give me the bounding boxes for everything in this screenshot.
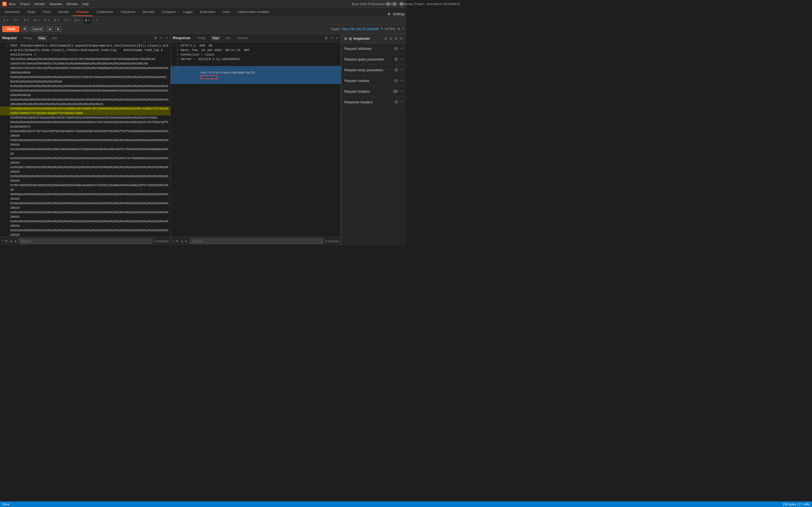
tab-repeater[interactable]: Repeater — [73, 8, 92, 16]
menu-help[interactable]: Help — [82, 2, 89, 6]
inspector-icon-3[interactable]: ⚙ — [394, 36, 398, 41]
response-panel-header: Response Pretty Raw Hex Render ⊞ ↵ ≡ — [170, 34, 341, 42]
request-search-input[interactable] — [19, 238, 153, 244]
tab-target[interactable]: Target — [24, 8, 39, 16]
request-icon-3[interactable]: ≡ — [165, 36, 168, 41]
tab-close-5[interactable]: ✕ — [47, 18, 49, 22]
request-nav-back[interactable]: ◄ — [10, 239, 13, 243]
tab-close-9[interactable]: ✕ — [88, 18, 90, 22]
repeater-tab-3[interactable]: 3 ✕ — [21, 17, 31, 24]
response-search-input[interactable] — [190, 238, 323, 244]
request-line-16: %41%53%65%34%44%65%36%33%6c%66%64%62%72%… — [0, 147, 170, 156]
repeater-tab-7[interactable]: 7 ✕ — [62, 17, 72, 24]
tab-close-7[interactable]: ✕ — [67, 18, 70, 22]
inspector-header: ⊞ ▤ Inspector ⊟ ⊕ ⚙ ✕ — [342, 34, 406, 43]
response-code-editor[interactable]: 1 HTTP/1.1 200 OK 2 Date: Tue, 16 Jan 20… — [170, 42, 341, 237]
tab-close-3[interactable]: ✕ — [27, 18, 29, 22]
response-tab-pretty[interactable]: Pretty — [196, 36, 207, 40]
target-edit-icon[interactable]: ✎ — [380, 27, 383, 31]
tab-decoder[interactable]: Decoder — [140, 8, 158, 16]
request-icon-1[interactable]: ⊞ — [154, 36, 158, 41]
response-path-text: /usr/src/src/main/webapp/hello — [199, 71, 255, 74]
tab-close-6[interactable]: ✕ — [57, 18, 59, 22]
request-line-8: %20%20%20%20%20%20%20%20%20%200%62%28%63… — [0, 84, 170, 89]
inspector-icon-1[interactable]: ⊟ — [384, 36, 388, 41]
tab-close-4[interactable]: ✕ — [37, 18, 39, 22]
tab-dashboard[interactable]: Dashboard — [1, 8, 23, 16]
inspector-request-headers[interactable]: Request headers 10 ▼ — [342, 86, 406, 97]
help-icon[interactable]: ? — [402, 27, 404, 31]
http-version-icon: ▼ — [397, 27, 400, 31]
request-nav-forward[interactable]: ► — [14, 239, 17, 243]
repeater-tab-2[interactable]: 2 ✕ — [11, 17, 21, 24]
response-nav-forward[interactable]: ► — [185, 239, 188, 243]
tab-intruder[interactable]: Intruder — [55, 8, 72, 16]
request-tab-hex[interactable]: Hex — [50, 36, 59, 40]
tab-collaborator[interactable]: Collaborator — [93, 8, 117, 16]
http-version[interactable]: HTTP/1 — [385, 27, 396, 31]
cancel-button[interactable]: Cancel — [30, 26, 44, 32]
inspector-response-headers[interactable]: Response headers 3 ▼ — [342, 97, 406, 108]
inspector-query-params[interactable]: Request query parameters 5 ▼ — [342, 54, 406, 65]
inspector-icon-list: ▤ — [349, 37, 352, 41]
inspector-cookies[interactable]: Request cookies 1 ▼ — [342, 75, 406, 86]
response-line-5: 5 — [170, 61, 341, 66]
request-line-20: %79%74%65%35%62%5d%25%20%64%65%36%33%6c%… — [0, 183, 170, 192]
inspector-close[interactable]: ✕ — [399, 36, 403, 41]
request-settings-icon[interactable]: ⚙ — [5, 239, 8, 243]
response-icon-3[interactable]: ≡ — [336, 36, 339, 41]
tab-logger[interactable]: Logger — [180, 8, 196, 16]
tab-comparer[interactable]: Comparer — [158, 8, 179, 16]
response-tab-render[interactable]: Render — [236, 36, 250, 40]
request-tab-pretty[interactable]: Pretty — [22, 36, 34, 40]
request-line-13: %0a%20%20%20%20%20%20%20%20%20%20%20%20%… — [0, 120, 170, 129]
repeater-tab-6[interactable]: 6 ✕ — [52, 17, 62, 24]
tab-close-1[interactable]: ✕ — [6, 18, 8, 22]
tab-add-button[interactable]: + — [93, 17, 100, 23]
repeater-tab-1[interactable]: 1 ✕ — [1, 17, 11, 24]
request-line-7: %20%20%20%20%20%20%20%20%20%20%20%201%73… — [0, 75, 170, 84]
response-settings-icon[interactable]: ⚙ — [175, 239, 179, 243]
settings-button[interactable]: ⚙ — [21, 26, 29, 32]
repeater-tab-9[interactable]: 9 ✕ — [83, 17, 93, 24]
repeater-tab-4[interactable]: 4 ✕ — [32, 17, 41, 24]
nav-forward-button[interactable]: ► — [55, 26, 62, 32]
response-tab-raw[interactable]: Raw — [211, 36, 220, 40]
request-line-2: w.print(%23path),%23w.close(),1?%23xx:%2… — [0, 48, 170, 52]
response-icon-2[interactable]: ↵ — [330, 36, 334, 41]
tab-close-2[interactable]: ✕ — [16, 18, 18, 22]
send-button[interactable]: Send — [2, 26, 19, 32]
title-bar-left: B Burp Project Intruder Repeater Window … — [2, 2, 89, 6]
request-icon-2[interactable]: ↵ — [159, 36, 163, 41]
tab-close-8[interactable]: ✕ — [78, 18, 80, 22]
inspector-body-params[interactable]: Request body parameters 0 ▼ — [342, 65, 406, 75]
tab-captcha[interactable]: captcha-killer-modified — [235, 8, 272, 16]
response-help-icon[interactable]: ? — [172, 239, 174, 243]
repeater-tab-5[interactable]: 5 ✕ — [42, 17, 52, 24]
menu-burp[interactable]: Burp — [9, 2, 15, 6]
request-tab-raw[interactable]: Raw — [37, 36, 47, 40]
settings-label[interactable]: Settings — [393, 12, 405, 16]
response-search-bar: ? ⚙ ◄ ► 0 matches — [170, 237, 341, 245]
request-help-icon[interactable]: ? — [2, 239, 3, 243]
response-tab-hex[interactable]: Hex — [224, 36, 233, 40]
inspector-toolbar: ⊟ ⊕ ⚙ ✕ — [384, 36, 403, 41]
menu-intruder[interactable]: Intruder — [35, 2, 45, 6]
nav-back-button[interactable]: ◄ — [46, 26, 53, 32]
inspector-icon-2[interactable]: ⊕ — [389, 36, 393, 41]
menu-project[interactable]: Project — [20, 2, 30, 6]
response-icon-1[interactable]: ⊞ — [324, 36, 328, 41]
inspector-request-attributes[interactable]: Request attributes 2 ▼ — [342, 43, 406, 54]
repeater-tab-8[interactable]: 8 ✕ — [72, 17, 82, 24]
tab-sequencer[interactable]: Sequencer — [117, 8, 139, 16]
tab-proxy[interactable]: Proxy — [40, 8, 54, 16]
response-nav-back[interactable]: ◄ — [180, 239, 183, 243]
inspector-chevron-1: ▼ — [400, 58, 403, 61]
tab-learn[interactable]: Learn — [219, 8, 234, 16]
menu-repeater[interactable]: Repeater — [49, 2, 62, 6]
inspector-chevron-5: ▼ — [400, 101, 403, 104]
tab-extensions[interactable]: Extensions — [197, 8, 219, 16]
inspector-badge-2: 0 — [394, 68, 399, 72]
request-code-editor[interactable]: 1 POST /b%23parameters.shellname[0]).app… — [0, 42, 170, 237]
menu-window[interactable]: Window — [67, 2, 78, 6]
